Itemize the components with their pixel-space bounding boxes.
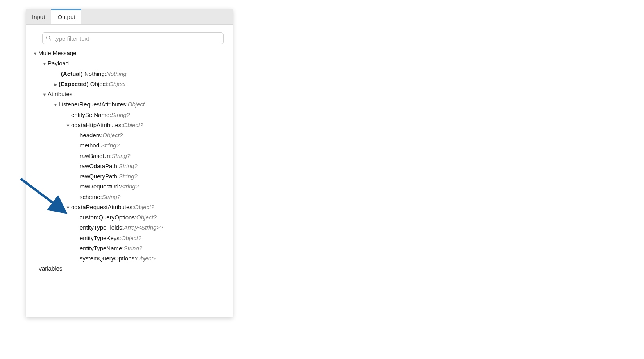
tree-node-odata-request[interactable]: odataRequestAttributes : Object? xyxy=(33,202,226,212)
tree-type: String? xyxy=(120,181,139,192)
tree-type: String? xyxy=(112,151,131,161)
tree-type: Object xyxy=(109,79,125,89)
tree-node-systemQueryOptions[interactable]: systemQueryOptions : Object? xyxy=(33,253,226,264)
tree-type: Object? xyxy=(136,253,156,264)
search-icon xyxy=(46,35,51,42)
tab-content: Mule Message Payload (Actual) Nothing : … xyxy=(26,25,233,317)
tree-node-entityTypeFields[interactable]: entityTypeFields : Array<String>? xyxy=(33,223,226,233)
tab-output[interactable]: Output xyxy=(51,9,81,24)
tree-node-lra[interactable]: ListenerRequestAttributes : Object xyxy=(33,99,226,109)
filter-input[interactable] xyxy=(54,35,220,42)
tree-type: String? xyxy=(102,192,121,202)
tree-field-name: odataRequestAttributes xyxy=(71,202,132,212)
tree-field-name: entityTypeKeys xyxy=(80,233,120,243)
tree-type: Object? xyxy=(123,120,143,130)
chevron-down-icon[interactable] xyxy=(33,50,38,57)
tree-field-name: scheme xyxy=(80,192,100,202)
filter-field[interactable] xyxy=(42,32,224,44)
chevron-down-icon[interactable] xyxy=(53,101,58,109)
tree-field-name: rawBaseUri xyxy=(80,151,110,161)
tree-label: (Expected) xyxy=(59,79,89,89)
tree-node-rawOdataPath[interactable]: rawOdataPath : String? xyxy=(33,161,226,171)
tree-node-scheme[interactable]: scheme : String? xyxy=(33,192,226,202)
tree-node-attributes[interactable]: Attributes xyxy=(33,89,226,99)
svg-point-0 xyxy=(47,36,50,39)
metadata-tree: Mule Message Payload (Actual) Nothing : … xyxy=(33,48,226,274)
chevron-right-icon[interactable] xyxy=(53,81,58,88)
tree-node-odata-http[interactable]: odataHttpAttributes : Object? xyxy=(33,120,226,130)
tree-label: Variables xyxy=(38,264,62,274)
tree-type: Object? xyxy=(102,130,123,140)
tree-label: Mule Message xyxy=(38,48,77,58)
tree-field-name: Object xyxy=(90,79,107,89)
tab-bar: Input Output xyxy=(26,9,233,25)
chevron-down-icon[interactable] xyxy=(66,204,70,212)
data-sense-panel: Input Output Mule Message xyxy=(26,9,233,317)
tree-node-method[interactable]: method : String? xyxy=(33,140,226,151)
tree-label: Attributes xyxy=(48,89,72,99)
tree-label: (Actual) xyxy=(61,69,83,79)
tree-node-rawBaseUri[interactable]: rawBaseUri : String? xyxy=(33,151,226,161)
tree-field-name: ListenerRequestAttributes xyxy=(59,99,126,109)
svg-line-1 xyxy=(50,39,51,40)
tree-field-name: entityTypeFields xyxy=(80,223,122,233)
tree-field-name: headers xyxy=(80,130,101,140)
chevron-down-icon[interactable] xyxy=(42,91,47,99)
tree-type: String? xyxy=(119,171,138,181)
chevron-down-icon[interactable] xyxy=(66,122,70,129)
tree-type: Object xyxy=(128,99,145,109)
tree-field-name: method xyxy=(80,140,99,151)
tree-node-entity-set-name[interactable]: entitySetName : String? xyxy=(33,110,226,120)
tree-type: String? xyxy=(111,110,130,120)
tree-field-name: Nothing xyxy=(84,69,105,79)
tree-field-name: odataHttpAttributes xyxy=(71,120,121,130)
tree-node-payload-actual[interactable]: (Actual) Nothing : Nothing xyxy=(33,69,226,79)
tree-field-name: rawOdataPath xyxy=(80,161,117,171)
tree-label: Payload xyxy=(48,58,69,68)
tree-type: Object? xyxy=(121,233,141,243)
tree-node-payload-expected[interactable]: (Expected) Object : Object xyxy=(33,79,226,89)
tree-node-headers[interactable]: headers : Object? xyxy=(33,130,226,140)
tree-type: Nothing xyxy=(106,69,127,79)
tree-type: String? xyxy=(119,161,138,171)
tree-type: Object? xyxy=(134,202,154,212)
tree-field-name: entityTypeName xyxy=(80,243,122,253)
tree-node-customQueryOptions[interactable]: customQueryOptions : Object? xyxy=(33,212,226,223)
chevron-down-icon[interactable] xyxy=(42,60,47,68)
tree-node-payload[interactable]: Payload xyxy=(33,58,226,68)
tree-node-variables[interactable]: Variables xyxy=(33,264,226,274)
tree-field-name: customQueryOptions xyxy=(80,212,135,223)
tree-type: Object? xyxy=(136,212,157,223)
tree-type: Array<String>? xyxy=(124,223,163,233)
tree-node-rawRequestUri[interactable]: rawRequestUri : String? xyxy=(33,181,226,192)
tree-field-name: rawRequestUri xyxy=(80,181,118,192)
tree-field-name: rawQueryPath xyxy=(80,171,117,181)
tree-field-name: systemQueryOptions xyxy=(80,253,134,264)
tree-field-name: entitySetName xyxy=(71,110,109,120)
tree-node-rawQueryPath[interactable]: rawQueryPath : String? xyxy=(33,171,226,181)
tab-input[interactable]: Input xyxy=(26,9,51,24)
tree-type: String? xyxy=(124,243,143,253)
tree-type: String? xyxy=(101,140,120,151)
tree-node-entityTypeKeys[interactable]: entityTypeKeys : Object? xyxy=(33,233,226,243)
tree-node-root[interactable]: Mule Message xyxy=(33,48,226,58)
tree-node-entityTypeName[interactable]: entityTypeName : String? xyxy=(33,243,226,253)
